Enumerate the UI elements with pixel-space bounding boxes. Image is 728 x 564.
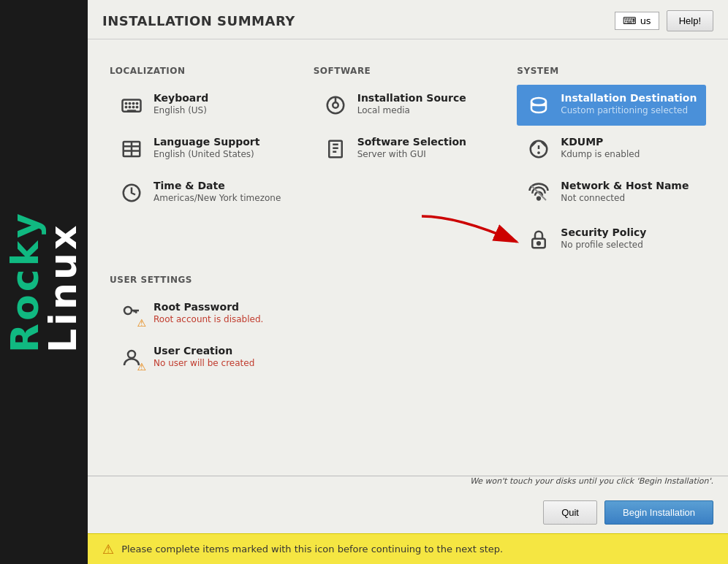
system-header: SYSTEM <box>517 66 706 76</box>
svg-point-33 <box>128 351 135 358</box>
key-warning-icon: ⚠ <box>118 301 145 327</box>
sidebar-item-security-policy[interactable]: Security Policy No profile selected <box>517 219 706 260</box>
user-settings-section: USER SETTINGS ⚠ Root Password <box>110 275 706 378</box>
keyboard-lang: us <box>640 15 651 26</box>
software-header: SOFTWARE <box>314 66 503 76</box>
time-date-subtitle: Americas/New York timezone <box>153 193 281 203</box>
warning-icon: ⚠ <box>102 541 114 557</box>
keyboard-subtitle: English (US) <box>153 105 208 115</box>
header: INSTALLATION SUMMARY ⌨ us Help! <box>88 0 728 39</box>
language-text: Language Support English (United States) <box>153 136 259 159</box>
network-text: Network & Host Name Not connected <box>561 180 689 203</box>
root-password-subtitle: Root account is disabled. <box>153 314 263 324</box>
keyboard-icon <box>118 92 145 118</box>
user-creation-title: User Creation <box>153 345 254 357</box>
svg-point-31 <box>537 242 540 245</box>
localization-items: Keyboard English (US) <box>110 85 299 213</box>
language-subtitle: English (United States) <box>153 149 259 159</box>
user-creation-text: User Creation No user will be created <box>153 345 254 368</box>
sidebar-item-software-selection[interactable]: Software Selection Server with GUI <box>314 129 503 169</box>
lock-icon <box>526 226 552 253</box>
main-panel: INSTALLATION SUMMARY ⌨ us Help! LOCALIZA… <box>88 0 728 564</box>
keyboard-indicator[interactable]: ⌨ us <box>615 12 659 30</box>
header-right: ⌨ us Help! <box>615 10 713 31</box>
network-icon <box>526 180 552 206</box>
svg-point-32 <box>124 307 132 314</box>
keyboard-text: Keyboard English (US) <box>153 92 208 115</box>
installation-source-subtitle: Local media <box>357 105 466 115</box>
software-items: Installation Source Local media <box>314 85 503 169</box>
kdump-text: KDUMP Kdump is enabled <box>561 136 640 159</box>
keyboard-title: Keyboard <box>153 92 208 104</box>
warning-bar: ⚠ Please complete items marked with this… <box>88 533 728 564</box>
sidebar-logo: RockyLinux <box>6 210 82 353</box>
user-warning-icon: ⚠ <box>118 345 145 371</box>
sidebar: RockyLinux <box>0 0 88 564</box>
root-password-text: Root Password Root account is disabled. <box>153 301 263 324</box>
installation-destination-subtitle: Custom partitioning selected <box>561 105 697 115</box>
localization-section: LOCALIZATION <box>110 54 299 260</box>
software-section: SOFTWARE Installation Source Lo <box>314 54 503 260</box>
sidebar-item-installation-source[interactable]: Installation Source Local media <box>314 85 503 126</box>
content-area: LOCALIZATION <box>88 39 728 476</box>
security-policy-subtitle: No profile selected <box>561 240 646 250</box>
network-subtitle: Not connected <box>561 193 689 203</box>
begin-installation-button[interactable]: Begin Installation <box>604 500 713 525</box>
keyboard-icon: ⌨ <box>623 15 637 26</box>
software-selection-title: Software Selection <box>357 136 466 148</box>
kdump-subtitle: Kdump is enabled <box>561 149 640 159</box>
svg-point-16 <box>333 102 338 108</box>
time-date-title: Time & Date <box>153 180 281 191</box>
language-title: Language Support <box>153 136 259 148</box>
root-password-title: Root Password <box>153 301 263 313</box>
localization-header: LOCALIZATION <box>110 66 299 76</box>
svg-point-27 <box>537 197 540 200</box>
disk-icon <box>526 92 552 118</box>
sidebar-item-root-password[interactable]: ⚠ Root Password Root account is disabled… <box>110 294 365 335</box>
software-selection-subtitle: Server with GUI <box>357 149 466 159</box>
installation-source-text: Installation Source Local media <box>357 92 466 115</box>
installation-destination-title: Installation Destination <box>561 92 697 104</box>
installation-source-title: Installation Source <box>357 92 466 104</box>
bottom-area: We won't touch your disks until you clic… <box>88 476 728 564</box>
time-date-text: Time & Date Americas/New York timezone <box>153 180 281 203</box>
user-creation-subtitle: No user will be created <box>153 358 254 368</box>
network-title: Network & Host Name <box>561 180 689 191</box>
installation-destination-text: Installation Destination Custom partitio… <box>561 92 697 115</box>
system-items: Installation Destination Custom partitio… <box>517 85 706 260</box>
software-icon <box>322 136 349 162</box>
warning-text: Please complete items marked with this i… <box>121 544 503 555</box>
svg-point-22 <box>531 98 546 105</box>
help-button[interactable]: Help! <box>667 10 713 31</box>
user-settings-items: ⚠ Root Password Root account is disabled… <box>110 294 365 378</box>
sidebar-item-user-creation[interactable]: ⚠ User Creation No user will be created <box>110 338 365 378</box>
page-title: INSTALLATION SUMMARY <box>102 13 295 28</box>
user-settings-header: USER SETTINGS <box>110 275 706 285</box>
sections-wrapper: LOCALIZATION <box>110 54 706 260</box>
quit-button[interactable]: Quit <box>543 500 597 525</box>
sidebar-item-language[interactable]: Language Support English (United States) <box>110 129 299 169</box>
language-icon <box>118 136 145 162</box>
system-section: SYSTEM Installation Destination <box>517 54 706 260</box>
sidebar-item-time-date[interactable]: Time & Date Americas/New York timezone <box>110 172 299 213</box>
software-selection-text: Software Selection Server with GUI <box>357 136 466 159</box>
kdump-icon <box>526 136 552 162</box>
security-policy-text: Security Policy No profile selected <box>561 226 646 250</box>
button-row: Quit Begin Installation <box>88 492 728 533</box>
clock-icon <box>118 180 145 206</box>
sidebar-item-keyboard[interactable]: Keyboard English (US) <box>110 85 299 126</box>
kdump-title: KDUMP <box>561 136 640 148</box>
disc-icon <box>322 92 349 118</box>
disk-hint: We won't touch your disks until you clic… <box>88 476 728 492</box>
sidebar-item-kdump[interactable]: KDUMP Kdump is enabled <box>517 129 706 169</box>
sidebar-item-network[interactable]: Network & Host Name Not connected <box>517 172 706 213</box>
sidebar-item-installation-destination[interactable]: Installation Destination Custom partitio… <box>517 85 706 126</box>
security-policy-title: Security Policy <box>561 226 646 238</box>
